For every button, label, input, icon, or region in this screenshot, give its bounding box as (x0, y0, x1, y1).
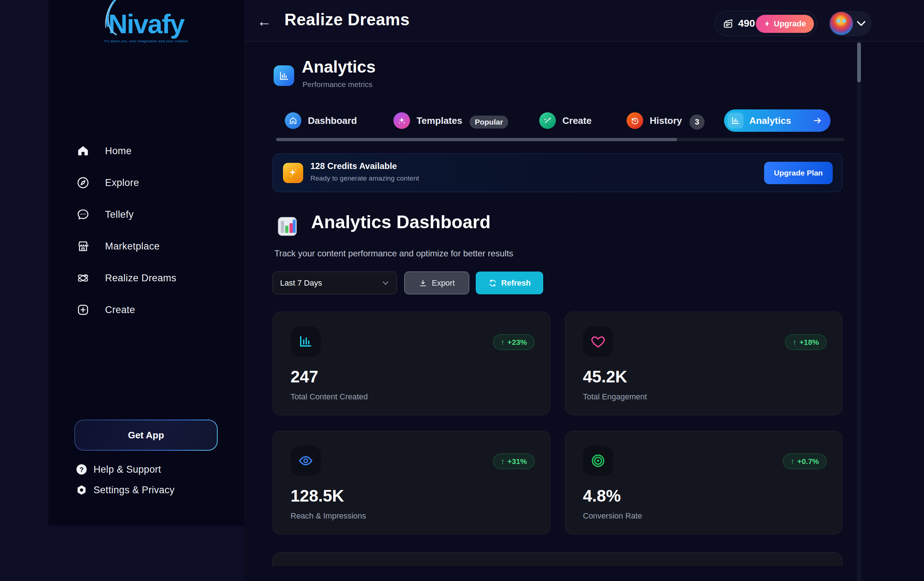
stat-card-reach: ↑+31% 128.5K Reach & Impressions (272, 431, 550, 535)
stat-value: 45.2K (583, 367, 627, 386)
get-app-button[interactable]: Get App (74, 420, 218, 451)
sparkle-icon (283, 163, 303, 183)
sidebar: Nivafy It's about you, your imagination … (48, 0, 244, 526)
change-badge: ↑+31% (493, 454, 535, 469)
change-badge: ↑+0.7% (783, 454, 827, 469)
up-arrow-icon: ↑ (790, 457, 794, 466)
credits-banner: 128 Credits Available Ready to generate … (272, 154, 842, 192)
sidebar-item-realize-dreams[interactable]: Realize Dreams (48, 265, 244, 291)
refresh-icon (488, 279, 497, 288)
stat-card-total-content: ↑+23% 247 Total Content Created (272, 312, 550, 415)
chevron-down-icon (856, 20, 866, 27)
stat-label: Conversion Rate (583, 511, 642, 521)
tab-templates[interactable]: Templates (393, 112, 462, 129)
date-range-value: Last 7 Days (280, 278, 381, 288)
vertical-scrollbar-thumb[interactable] (857, 43, 861, 82)
stat-card-conversion: ↑+0.7% 4.8% Conversion Rate (565, 431, 842, 535)
svg-text:?: ? (79, 466, 83, 473)
heart-icon (583, 326, 613, 357)
sidebar-item-marketplace[interactable]: Marketplace (48, 233, 244, 259)
tab-analytics-active[interactable]: Analytics (724, 109, 830, 132)
dashboard-controls: Last 7 Days Export Refresh (272, 271, 543, 294)
refresh-button[interactable]: Refresh (476, 271, 543, 294)
history-count-badge: 3 (690, 114, 705, 130)
sidebar-item-home[interactable]: Home (48, 138, 244, 164)
tabs-scrollbar-thumb[interactable] (276, 138, 677, 141)
section-subtitle: Performance metrics (302, 80, 373, 89)
up-arrow-icon: ↑ (501, 338, 505, 347)
avatar (830, 12, 853, 35)
stat-value: 247 (290, 367, 318, 386)
sidebar-item-create[interactable]: Create (48, 297, 244, 323)
vertical-scrollbar[interactable] (857, 41, 861, 581)
plus-square-icon (76, 303, 90, 317)
credits-count: 490 (738, 18, 755, 29)
date-range-select[interactable]: Last 7 Days (272, 271, 397, 294)
arrow-right-icon (812, 116, 823, 126)
help-icon: ? (76, 463, 88, 475)
sparkles-icon (393, 112, 410, 129)
sidebar-nav: Home Explore Tellefy Marketplace (48, 138, 244, 329)
up-arrow-icon: ↑ (501, 457, 505, 466)
credit-cards-icon (722, 17, 734, 30)
banner-subtitle: Ready to generate amazing content (310, 174, 419, 182)
bar-chart-icon (290, 326, 321, 357)
export-button[interactable]: Export (404, 271, 469, 294)
orbit-star-icon (76, 271, 90, 285)
magic-wand-icon (539, 112, 556, 129)
house-icon (285, 112, 301, 129)
compass-icon (76, 176, 90, 190)
stat-label: Total Engagement (583, 392, 647, 402)
bolt-icon (764, 20, 771, 27)
logo-wordmark: Nivafy (108, 11, 184, 38)
chat-bubble-icon (76, 208, 90, 221)
eye-icon (290, 445, 321, 476)
history-clock-icon (627, 112, 643, 129)
sidebar-item-tellefy[interactable]: Tellefy (48, 202, 244, 227)
stat-label: Total Content Created (290, 392, 368, 402)
change-badge: ↑+18% (785, 334, 827, 350)
gear-icon (76, 484, 88, 496)
target-icon (583, 445, 613, 476)
app-logo: Nivafy It's about you, your imagination … (48, 11, 244, 43)
change-badge: ↑+23% (493, 334, 535, 350)
tabs-scrollbar[interactable] (276, 138, 845, 141)
stat-card-engagement: ↑+18% 45.2K Total Engagement (565, 312, 842, 415)
tab-create[interactable]: Create (539, 112, 592, 129)
tab-history[interactable]: History (627, 112, 682, 129)
app-window: Nivafy It's about you, your imagination … (0, 0, 924, 581)
sidebar-item-explore[interactable]: Explore (48, 170, 244, 196)
dashboard-title: Analytics Dashboard (311, 212, 490, 233)
stat-value: 128.5K (290, 486, 344, 505)
chevron-down-icon (381, 280, 389, 286)
section-title: Analytics (302, 57, 376, 76)
back-arrow-icon: ← (257, 13, 271, 30)
home-icon (76, 144, 90, 158)
dashboard-subtitle: Track your content performance and optim… (274, 248, 513, 258)
credits-pill[interactable]: 490 Upgrade (714, 11, 817, 36)
next-section-card (272, 553, 842, 566)
page-title: Realize Dreams (284, 10, 410, 29)
upgrade-plan-button[interactable]: Upgrade Plan (764, 162, 833, 184)
back-button[interactable]: ← (255, 12, 274, 31)
logo-tagline: It's about you, your imagination and you… (48, 39, 244, 43)
popular-badge: Popular (470, 116, 508, 129)
bar-chart-emoji (277, 216, 298, 237)
bar-chart-icon (728, 113, 744, 129)
analytics-section-icon (274, 65, 294, 86)
stat-label: Reach & Impressions (290, 511, 366, 521)
up-arrow-icon: ↑ (793, 338, 797, 347)
top-bar: ← Realize Dreams 490 Upgrade (244, 0, 924, 41)
logo-swirl-icon (98, 0, 124, 38)
storefront-icon (76, 239, 90, 253)
help-support-link[interactable]: ? Help & Support (76, 463, 161, 475)
stat-value: 4.8% (583, 486, 621, 505)
tab-dashboard[interactable]: Dashboard (285, 112, 357, 129)
download-icon (419, 279, 427, 288)
main-area: ← Realize Dreams 490 Upgrade (244, 0, 924, 581)
settings-privacy-link[interactable]: Settings & Privacy (76, 484, 175, 496)
banner-title: 128 Credits Available (310, 161, 397, 171)
upgrade-button[interactable]: Upgrade (756, 15, 814, 33)
account-menu[interactable] (829, 11, 872, 36)
